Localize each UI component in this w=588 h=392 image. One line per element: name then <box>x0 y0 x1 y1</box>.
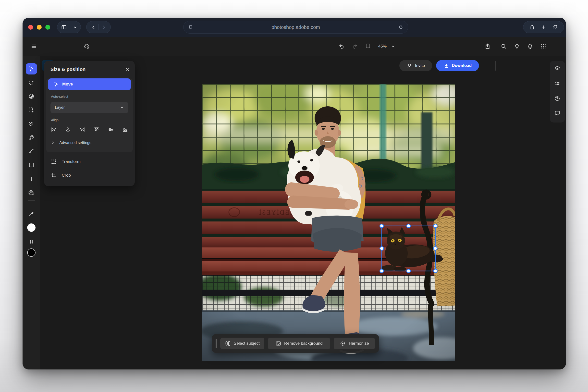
invite-button[interactable]: Invite <box>399 60 432 71</box>
topbar-divider <box>496 61 496 70</box>
maximize-window-button[interactable] <box>45 25 50 30</box>
contextual-taskbar: Select subject Remove background Harmoni… <box>212 334 379 353</box>
align-right-button[interactable] <box>79 126 86 133</box>
eyedropper-tool-button[interactable] <box>26 208 37 220</box>
generative-tool-button[interactable] <box>26 132 37 143</box>
minimize-window-button[interactable] <box>37 25 42 30</box>
harmonize-button[interactable]: Harmonize <box>334 338 375 349</box>
type-tool-button[interactable] <box>26 173 37 184</box>
address-bar[interactable]: photoshop.adobe.com <box>183 21 408 34</box>
reload-icon[interactable] <box>394 25 408 30</box>
align-top-button[interactable] <box>93 126 100 133</box>
compare-view-icon[interactable] <box>362 41 374 52</box>
redo-icon[interactable] <box>349 41 360 52</box>
crop-row[interactable]: Crop <box>50 171 71 180</box>
zoom-chevron-icon[interactable] <box>390 41 397 52</box>
move-icon <box>54 82 59 87</box>
shape-tool-button[interactable] <box>26 159 37 170</box>
photo-vignette <box>202 84 455 361</box>
download-icon <box>444 63 449 68</box>
history-panel-icon[interactable] <box>552 92 563 104</box>
undo-icon[interactable] <box>336 41 347 52</box>
browser-window: photoshop.adobe.com Ps IMG_6396 <box>22 18 566 370</box>
chevron-down-icon <box>120 106 124 110</box>
size-position-panel: Size & position Move Auto-select Layer A… <box>44 61 135 186</box>
comments-panel-icon[interactable] <box>552 108 563 119</box>
sidebar-chevron-icon[interactable] <box>73 25 77 29</box>
move-mode-button[interactable]: Move <box>48 78 131 90</box>
sidebar-pill <box>57 21 81 33</box>
foreground-color-swatch[interactable] <box>27 224 36 232</box>
crop-icon <box>50 172 57 178</box>
share-icon[interactable] <box>482 41 493 52</box>
align-label: Align <box>51 118 58 122</box>
adjustments-panel-icon[interactable] <box>552 78 563 89</box>
background-color-swatch[interactable] <box>27 248 36 257</box>
layers-panel-icon[interactable] <box>552 63 563 74</box>
search-icon[interactable] <box>498 41 509 52</box>
advanced-settings-row[interactable]: Advanced settings <box>51 139 92 147</box>
apps-grid-icon[interactable] <box>538 41 549 52</box>
transform-icon <box>50 158 57 165</box>
move-tool-button[interactable] <box>26 63 37 74</box>
auto-select-dropdown[interactable]: Layer <box>50 102 128 113</box>
transform-row[interactable]: Transform <box>50 157 80 166</box>
align-center-vertical-button[interactable] <box>108 126 114 133</box>
align-center-horizontal-button[interactable] <box>65 126 71 133</box>
invite-person-icon <box>407 63 412 68</box>
align-bottom-button[interactable] <box>122 126 128 133</box>
url-text: photoshop.adobe.com <box>198 24 394 30</box>
forward-button[interactable] <box>99 25 108 30</box>
brush-tool-button[interactable] <box>26 146 37 157</box>
add-image-tool-button[interactable] <box>26 187 37 198</box>
new-tab-icon[interactable] <box>541 24 546 30</box>
browser-toolbar: photoshop.adobe.com <box>22 18 566 37</box>
auto-select-label: Auto-select <box>51 94 68 98</box>
chevron-right-icon <box>51 141 55 145</box>
chrome-actions-pill <box>523 21 564 33</box>
close-window-button[interactable] <box>28 25 33 30</box>
photoshop-topbar: Ps IMG_6396 45% Invite Download <box>22 37 566 56</box>
harmonize-icon <box>340 340 346 346</box>
remove-background-icon <box>276 340 281 346</box>
align-left-button[interactable] <box>50 126 57 133</box>
hamburger-menu-icon[interactable] <box>28 41 39 52</box>
browser-share-icon[interactable] <box>530 24 535 30</box>
reader-icon[interactable] <box>184 25 198 30</box>
align-buttons <box>50 126 128 134</box>
panel-title: Size & position <box>50 67 125 72</box>
desktop: photoshop.adobe.com Ps IMG_6396 <box>0 0 588 392</box>
tool-rail-divider <box>28 200 35 201</box>
document-canvas[interactable]: HİR BELEDİYESİ <box>202 84 455 361</box>
remove-background-button[interactable]: Remove background <box>268 338 330 349</box>
tool-rail <box>22 56 40 370</box>
select-subject-icon <box>225 340 231 346</box>
panel-rail <box>550 61 565 122</box>
move-settings-card: Move Auto-select Layer Align Advanced se… <box>46 78 133 152</box>
back-button[interactable] <box>89 25 98 30</box>
heal-tool-button[interactable] <box>26 118 37 129</box>
canvas-photo: HİR BELEDİYESİ <box>202 84 455 361</box>
adjust-tool-button[interactable] <box>26 91 37 102</box>
panel-close-icon[interactable] <box>125 67 130 72</box>
select-subject-button[interactable]: Select subject <box>220 338 264 349</box>
lightbulb-icon[interactable] <box>512 41 522 52</box>
magic-select-tool-button[interactable] <box>26 77 37 88</box>
cloud-sync-icon[interactable] <box>81 41 92 52</box>
zoom-level[interactable]: 45% <box>375 41 390 52</box>
sidebar-toggle-icon[interactable] <box>61 24 67 30</box>
nav-pill <box>86 21 111 33</box>
quick-select-tool-button[interactable] <box>26 104 37 116</box>
swap-colors-icon[interactable] <box>26 236 37 248</box>
notifications-bell-icon[interactable] <box>525 41 536 52</box>
taskbar-drag-handle[interactable] <box>216 339 217 348</box>
download-button[interactable]: Download <box>436 60 479 71</box>
tab-overview-icon[interactable] <box>552 24 558 30</box>
